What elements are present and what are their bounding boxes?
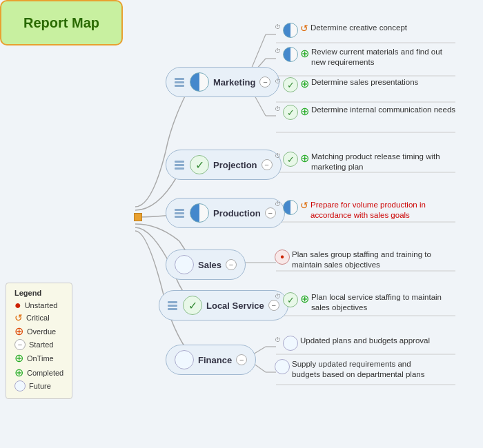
branch-stack-icon3: [175, 209, 184, 218]
branch-localservice: ✓ Local Service −: [159, 290, 288, 320]
legend-future: Future: [14, 380, 63, 391]
leaf-f2-status: [275, 359, 290, 374]
branch-finance: Finance −: [166, 345, 256, 375]
clock-icon-4: ⏱: [275, 105, 281, 112]
projection-label: Projection: [213, 160, 257, 170]
legend-unstarted-icon: ●: [14, 300, 21, 311]
leaf-f2-text: Supply updated requirements and budgets …: [292, 359, 437, 380]
leaf-marketing-1: ⏱ ↺ Determine creative concept: [275, 23, 407, 38]
marketing-icon: [190, 72, 209, 92]
leaf-pr1-status: [283, 200, 298, 215]
legend-ontime: ⊕ OnTime: [14, 352, 63, 365]
leaf-s1-status: •: [275, 250, 290, 265]
legend-critical-label: Critical: [26, 314, 50, 322]
legend-completed: ⊕ Completed: [14, 366, 63, 379]
localservice-icon: ✓: [183, 296, 202, 315]
legend-overdue-icon: ⊕: [14, 325, 23, 338]
legend-overdue: ⊕ Overdue: [14, 325, 63, 338]
sales-label: Sales: [198, 260, 221, 270]
leaf-ls1-status: ✓: [283, 292, 298, 307]
leaf-ls1-text: Plan local service staffing to maintain …: [311, 292, 456, 313]
production-icon: [190, 203, 209, 223]
marketing-label: Marketing: [213, 77, 255, 88]
leaf-finance-1: ⏱ Updated plans and budgets approval: [275, 336, 430, 351]
finance-collapse[interactable]: −: [236, 354, 247, 365]
leaf-m1-text: Determine creative concept: [310, 23, 407, 33]
legend-future-label: Future: [29, 382, 51, 390]
leaf-m4-status: ✓: [283, 105, 298, 120]
branch-marketing: Marketing −: [166, 67, 279, 97]
leaf-f1-text: Updated plans and budgets approval: [300, 336, 430, 346]
leaf-m3-text: Determine sales presentations: [311, 77, 418, 88]
leaf-finance-2: Supply updated requirements and budgets …: [275, 359, 437, 380]
leaf-marketing-4: ⏱ ✓ ⊕ Determine internal communication n…: [275, 105, 455, 120]
branch-projection: ✓ Projection −: [166, 150, 282, 180]
legend-unstarted: ● Unstarted: [14, 300, 63, 311]
branch-sales: Sales −: [166, 250, 246, 280]
main-node-title: Report Map: [23, 15, 99, 31]
leaf-m3-status: ✓: [283, 77, 298, 92]
clock-icon-8: ⏱: [275, 336, 281, 343]
leaf-sales-1: • Plan sales group staffing and training…: [275, 250, 437, 270]
leaf-m2-action: ⊕: [300, 47, 309, 60]
projection-collapse[interactable]: −: [262, 159, 273, 170]
localservice-label: Local Service: [206, 301, 264, 311]
legend-critical-icon: ↺: [14, 312, 23, 323]
main-node-connector: [134, 213, 142, 221]
leaf-m1-action: ↺: [300, 23, 308, 34]
leaf-p1-status: ✓: [283, 152, 298, 167]
branch-stack-icon: [175, 78, 184, 87]
leaf-m4-text: Determine internal communication needs: [311, 105, 455, 115]
legend-future-icon: [14, 380, 26, 391]
marketing-collapse[interactable]: −: [259, 77, 270, 88]
branch-stack-icon4: [168, 301, 177, 310]
main-node: Report Map: [0, 0, 123, 45]
legend-completed-icon: ⊕: [14, 366, 23, 379]
leaf-m2-text: Review current materials and find out ne…: [311, 47, 456, 68]
leaf-p1-text: Matching product release timing with mar…: [311, 152, 456, 172]
branch-production: Production −: [166, 198, 285, 228]
leaf-pr1-action: ↺: [300, 200, 308, 211]
sales-collapse[interactable]: −: [226, 259, 237, 270]
leaf-m1-status: [283, 23, 298, 38]
finance-icon: [175, 350, 194, 369]
legend-completed-label: Completed: [27, 369, 63, 377]
legend-started: − Started: [14, 339, 63, 350]
legend-title: Legend: [14, 289, 63, 297]
leaf-f1-status: [283, 336, 298, 351]
legend-unstarted-label: Unstarted: [25, 301, 58, 309]
clock-icon-3: ⏱: [275, 78, 281, 85]
clock-icon-6: ⏱: [275, 201, 281, 207]
finance-label: Finance: [198, 355, 232, 365]
leaf-marketing-2: ⏱ ⊕ Review current materials and find ou…: [275, 47, 456, 68]
leaf-production-1: ⏱ ↺ Prepare for volume production in acc…: [275, 200, 455, 221]
leaf-projection-1: ⏱ ✓ ⊕ Matching product release timing wi…: [275, 152, 456, 172]
clock-icon-1: ⏱: [275, 23, 281, 30]
projection-icon: ✓: [190, 155, 209, 174]
legend-ontime-icon: ⊕: [14, 352, 23, 365]
legend-ontime-label: OnTime: [27, 354, 54, 363]
production-label: Production: [213, 208, 261, 218]
leaf-localservice-1: ⏱ ✓ ⊕ Plan local service staffing to mai…: [275, 292, 456, 313]
branch-stack-icon2: [175, 161, 184, 170]
legend-panel: Legend ● Unstarted ↺ Critical ⊕ Overdue …: [6, 283, 72, 399]
clock-icon-5: ⏱: [275, 152, 281, 159]
leaf-ls1-action: ⊕: [300, 292, 309, 305]
leaf-m3-action: ⊕: [300, 77, 309, 90]
clock-icon-7: ⏱: [275, 293, 281, 300]
sales-icon: [175, 255, 194, 274]
legend-started-icon: −: [14, 339, 26, 350]
leaf-m2-status: [283, 47, 298, 62]
legend-started-label: Started: [29, 340, 53, 349]
leaf-pr1-text: Prepare for volume production in accorda…: [310, 200, 455, 221]
legend-critical: ↺ Critical: [14, 312, 63, 323]
leaf-m4-action: ⊕: [300, 105, 309, 118]
leaf-s1-text: Plan sales group staffing and training t…: [292, 250, 437, 270]
clock-icon-2: ⏱: [275, 48, 281, 54]
leaf-p1-action: ⊕: [300, 152, 309, 165]
leaf-marketing-3: ⏱ ✓ ⊕ Determine sales presentations: [275, 77, 418, 92]
legend-overdue-label: Overdue: [27, 327, 56, 336]
